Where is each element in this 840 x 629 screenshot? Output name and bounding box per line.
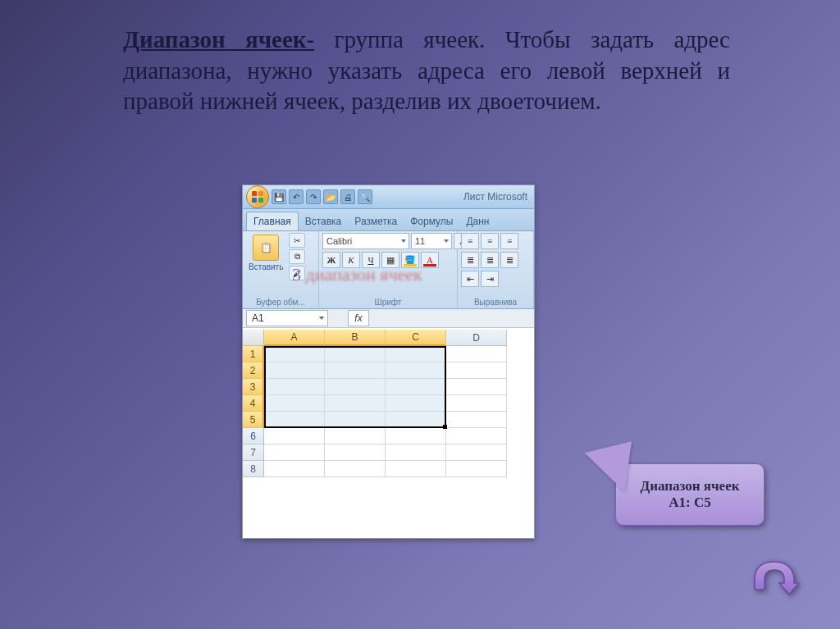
indent-increase-icon[interactable]: ⇥ <box>481 271 499 287</box>
cell[interactable] <box>446 461 507 477</box>
clipboard-group-label: Буфер обм... <box>246 296 315 308</box>
cell[interactable] <box>264 362 325 379</box>
cell[interactable] <box>325 412 386 428</box>
column-header[interactable]: C <box>386 330 446 346</box>
excel-screenshot: 💾 ↶ ↷ 📂 🖨 🔍 Лист Microsoft Главная Встав… <box>242 185 535 539</box>
italic-button[interactable]: К <box>342 252 360 268</box>
fill-color-button[interactable]: 🪣 <box>401 252 419 268</box>
redo-icon[interactable]: ↷ <box>306 189 321 204</box>
font-color-button[interactable]: A <box>421 252 439 268</box>
font-name-combo[interactable]: Calibri <box>322 233 409 249</box>
cell[interactable] <box>264 461 325 477</box>
cell[interactable] <box>325 428 386 444</box>
clipboard-icon: 📋 <box>253 235 279 261</box>
align-top-icon[interactable]: ≡ <box>461 233 479 249</box>
cell[interactable] <box>386 362 446 379</box>
cell[interactable] <box>446 412 507 428</box>
callout-line1: Диапазон ячеек <box>640 478 739 495</box>
cell[interactable] <box>446 444 507 461</box>
tab-layout[interactable]: Разметка <box>348 212 404 230</box>
cell[interactable] <box>325 346 386 362</box>
fx-button[interactable]: fx <box>348 310 369 326</box>
save-icon[interactable]: 💾 <box>272 189 286 204</box>
ribbon-tabs: Главная Вставка Разметка Формулы Данн <box>243 209 534 231</box>
select-all-corner[interactable] <box>243 330 264 346</box>
name-box[interactable]: A1 <box>246 310 328 326</box>
row-header[interactable]: 8 <box>243 461 264 477</box>
align-center-icon[interactable]: ≣ <box>481 252 499 268</box>
row-header[interactable]: 5 <box>243 412 264 428</box>
cell[interactable] <box>264 395 325 412</box>
cell[interactable] <box>446 379 507 395</box>
cell[interactable] <box>386 428 446 444</box>
cell[interactable] <box>386 444 446 461</box>
align-right-icon[interactable]: ≣ <box>500 252 518 268</box>
cell[interactable] <box>325 362 386 379</box>
bold-button[interactable]: Ж <box>322 252 340 268</box>
font-size-combo[interactable]: 11 <box>411 233 452 249</box>
cell[interactable] <box>386 461 446 477</box>
align-left-icon[interactable]: ≣ <box>461 252 479 268</box>
cut-icon[interactable]: ✂ <box>289 233 305 248</box>
cell[interactable] <box>325 444 386 461</box>
ribbon-group-alignment: ≡ ≡ ≡ ≣ ≣ ≣ ⇤ ⇥ Выравнива <box>458 231 534 308</box>
cell[interactable] <box>446 428 507 444</box>
row-header[interactable]: 4 <box>243 395 264 412</box>
align-middle-icon[interactable]: ≡ <box>481 233 499 249</box>
alignment-group-label: Выравнива <box>461 296 530 308</box>
cell[interactable] <box>264 444 325 461</box>
ribbon-group-clipboard: 📋 Вставить ✂ ⧉ 🖌 Буфер обм... <box>243 231 319 308</box>
row-header[interactable]: 7 <box>243 444 264 461</box>
cell[interactable] <box>446 395 507 412</box>
cell[interactable] <box>325 461 386 477</box>
underline-button[interactable]: Ч <box>362 252 380 268</box>
cell[interactable] <box>446 346 507 362</box>
callout-bubble: Диапазон ячеек A1: C5 <box>615 463 765 526</box>
border-button[interactable]: ▦ <box>381 252 399 268</box>
definition-term: Диапазон ячеек- <box>123 26 314 52</box>
cell[interactable] <box>386 379 446 395</box>
cell[interactable] <box>264 428 325 444</box>
window-title: Лист Microsoft <box>463 191 531 203</box>
u-turn-arrow-icon <box>750 557 799 596</box>
callout-line2: A1: C5 <box>669 495 710 511</box>
cell[interactable] <box>325 379 386 395</box>
cell[interactable] <box>264 346 325 362</box>
row-header[interactable]: 1 <box>243 346 264 362</box>
align-bottom-icon[interactable]: ≡ <box>500 233 518 249</box>
office-button[interactable] <box>246 185 269 208</box>
row-header[interactable]: 6 <box>243 428 264 444</box>
row-header[interactable]: 3 <box>243 379 264 395</box>
tab-insert[interactable]: Вставка <box>299 212 349 230</box>
format-painter-icon[interactable]: 🖌 <box>289 266 305 280</box>
indent-decrease-icon[interactable]: ⇤ <box>461 271 479 287</box>
ribbon-group-font: Calibri 11 A Ж К Ч ▦ 🪣 A Шрифт <box>319 231 458 308</box>
ribbon: 📋 Вставить ✂ ⧉ 🖌 Буфер обм... Calibri <box>243 231 534 309</box>
back-arrow-button[interactable] <box>750 557 799 596</box>
cell[interactable] <box>264 379 325 395</box>
tab-formulas[interactable]: Формулы <box>404 212 459 230</box>
undo-icon[interactable]: ↶ <box>289 189 304 204</box>
cell[interactable] <box>446 362 507 379</box>
definition-text: Диапазон ячеек- группа ячеек. Чтобы зада… <box>123 25 730 117</box>
column-header[interactable]: A <box>264 330 325 346</box>
column-header[interactable]: D <box>446 330 507 346</box>
cell[interactable] <box>386 346 446 362</box>
copy-icon[interactable]: ⧉ <box>289 249 305 264</box>
tab-home[interactable]: Главная <box>246 212 299 230</box>
cell[interactable] <box>386 412 446 428</box>
column-header[interactable]: B <box>325 330 386 346</box>
quick-access-toolbar: 💾 ↶ ↷ 📂 🖨 🔍 Лист Microsoft <box>243 185 534 209</box>
font-group-label: Шрифт <box>322 296 454 308</box>
row-header[interactable]: 2 <box>243 362 264 379</box>
qat-icon[interactable]: 🖨 <box>340 189 355 204</box>
cell[interactable] <box>264 412 325 428</box>
formula-bar: A1 fx <box>243 309 534 328</box>
paste-button[interactable]: 📋 Вставить <box>246 233 285 273</box>
tab-data[interactable]: Данн <box>459 212 495 230</box>
qat-icon[interactable]: 📂 <box>323 189 338 204</box>
qat-icon[interactable]: 🔍 <box>358 189 372 204</box>
paste-label: Вставить <box>249 262 283 271</box>
cell[interactable] <box>386 395 446 412</box>
cell[interactable] <box>325 395 386 412</box>
